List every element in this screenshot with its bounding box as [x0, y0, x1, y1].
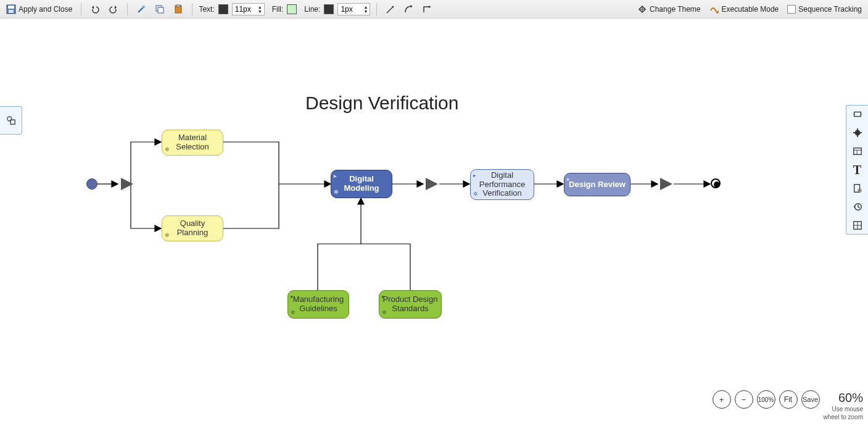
subprocess-marker-icon: ✲ [291, 309, 296, 315]
svg-line-9 [387, 6, 394, 13]
spinner-down-icon[interactable]: ▼ [362, 9, 370, 14]
redo-icon [109, 4, 118, 14]
wand-icon [136, 4, 146, 14]
node-label: Digital Performance Verification [473, 171, 531, 199]
zoom-fit-button[interactable]: Fit [779, 390, 798, 409]
table-icon[interactable] [853, 146, 862, 156]
executable-mode-label: Executable Mode [722, 5, 779, 14]
task-type-icon: ▸ [473, 172, 476, 178]
arrow-straight-icon [386, 4, 395, 14]
copy-icon [155, 4, 165, 14]
document-icon[interactable] [853, 183, 862, 193]
node-product-design-standards[interactable]: ▸ ✲ Product Design Standards [379, 290, 442, 319]
left-palette-toggle[interactable] [0, 106, 22, 135]
change-theme-button[interactable]: Change Theme [635, 3, 703, 15]
diagram-canvas[interactable]: T Design Verification [0, 19, 868, 426]
gateway-split[interactable] [120, 177, 134, 191]
svg-rect-20 [853, 148, 861, 155]
paste-button[interactable] [171, 3, 186, 15]
zoom-100-button[interactable]: 100% [757, 390, 775, 409]
node-manufacturing-guidelines[interactable]: ▸ ✲ Manufacturing Guidelines [287, 290, 349, 319]
zoom-out-button[interactable]: − [735, 390, 753, 409]
subprocess-marker-icon: ✲ [473, 191, 478, 197]
line-width-input[interactable] [338, 5, 362, 14]
checkbox-icon [787, 5, 796, 14]
node-material-selection[interactable]: ✲ Material Selection [162, 130, 223, 156]
toolbar-separator [376, 3, 377, 15]
zoom-in-button[interactable]: + [713, 390, 731, 409]
apply-and-close-label: Apply and Close [19, 5, 72, 14]
font-size-input[interactable] [233, 5, 256, 14]
history-icon[interactable] [853, 202, 862, 212]
executable-mode-button[interactable]: Executable Mode [707, 3, 782, 15]
toolbar-separator [81, 3, 81, 15]
target-icon[interactable] [853, 128, 862, 138]
svg-rect-2 [9, 10, 14, 13]
gateway-merge-1[interactable] [424, 177, 439, 191]
arrow-curved-button[interactable] [402, 3, 416, 15]
fit-view-icon[interactable] [853, 109, 862, 119]
text-label: Text: [199, 5, 214, 14]
toolbar-separator [127, 3, 128, 15]
arrow-straight-button[interactable] [383, 3, 398, 15]
task-type-icon: ▸ [382, 293, 385, 299]
spinner-up-icon[interactable]: ▲ [256, 5, 264, 9]
fill-label: Fill: [272, 5, 284, 14]
svg-point-4 [143, 6, 145, 8]
zoom-readout: 60% Use mouse wheel to zoom [824, 390, 863, 421]
sequence-tracking-toggle[interactable]: Sequence Tracking [785, 4, 864, 15]
fill-color-swatch[interactable] [287, 4, 297, 14]
arrow-orth-button[interactable] [420, 3, 435, 15]
svg-point-10 [7, 117, 11, 121]
redo-button[interactable] [106, 3, 121, 15]
subprocess-marker-icon: ✲ [165, 146, 170, 152]
svg-point-15 [854, 130, 860, 136]
subprocess-marker-icon: ✲ [334, 189, 339, 195]
task-type-icon: ▸ [334, 173, 337, 179]
line-width-spinner[interactable]: ▲▼ [337, 3, 370, 15]
font-size-spinner[interactable]: ▲▼ [232, 3, 265, 15]
main-toolbar: Apply and Close Text: ▲▼ Fill: Line: ▲▼ [0, 0, 868, 19]
text-color-swatch[interactable] [218, 4, 228, 14]
zoom-level: 60% [824, 390, 863, 406]
node-digital-performance-verification[interactable]: ▸ ✲ Digital Performance Verification [470, 169, 534, 200]
node-label: Material Selection [165, 133, 220, 152]
arrow-orth-icon [423, 4, 432, 14]
zoom-controls: + − 100% Fit Save 60% Use mouse wheel to… [713, 390, 863, 421]
svg-rect-6 [158, 7, 163, 13]
node-quality-planning[interactable]: ✲ Quality Planning [162, 215, 223, 241]
svg-rect-1 [8, 6, 14, 9]
task-type-icon: ▸ [567, 176, 570, 182]
grid-icon[interactable] [853, 220, 862, 230]
format-painter-button[interactable] [134, 3, 149, 15]
subprocess-marker-icon: ✲ [165, 232, 170, 238]
text-tool-icon[interactable]: T [853, 165, 862, 175]
end-event[interactable] [711, 178, 721, 188]
apply-and-close-button[interactable]: Apply and Close [4, 3, 75, 15]
svg-rect-12 [854, 112, 861, 116]
right-palette: T [846, 105, 868, 235]
executable-icon [709, 4, 719, 14]
undo-button[interactable] [88, 3, 102, 15]
zoom-hint-1: Use mouse [824, 406, 863, 414]
zoom-save-button[interactable]: Save [801, 390, 820, 409]
spinner-up-icon[interactable]: ▲ [362, 5, 370, 9]
sequence-tracking-label: Sequence Tracking [798, 5, 862, 14]
shapes-palette-icon [6, 115, 16, 125]
task-type-icon: ▸ [291, 293, 294, 299]
gateway-merge-2[interactable] [659, 177, 674, 191]
save-icon [6, 4, 16, 14]
connector-layer [0, 19, 868, 426]
node-digital-modeling[interactable]: ▸ ✲ Digital Modeling [331, 170, 392, 198]
arrow-curved-icon [404, 4, 414, 14]
node-label: Product Design Standards [382, 295, 439, 314]
start-event[interactable] [86, 178, 97, 190]
undo-icon [90, 4, 100, 14]
line-color-swatch[interactable] [324, 4, 334, 14]
spinner-down-icon[interactable]: ▼ [256, 9, 264, 14]
node-design-review[interactable]: ▸ Design Review [564, 173, 630, 196]
copy-button[interactable] [152, 3, 167, 15]
node-label: Quality Planning [165, 219, 220, 238]
theme-icon [637, 4, 647, 14]
zoom-hint-2: wheel to zoom [824, 414, 863, 422]
